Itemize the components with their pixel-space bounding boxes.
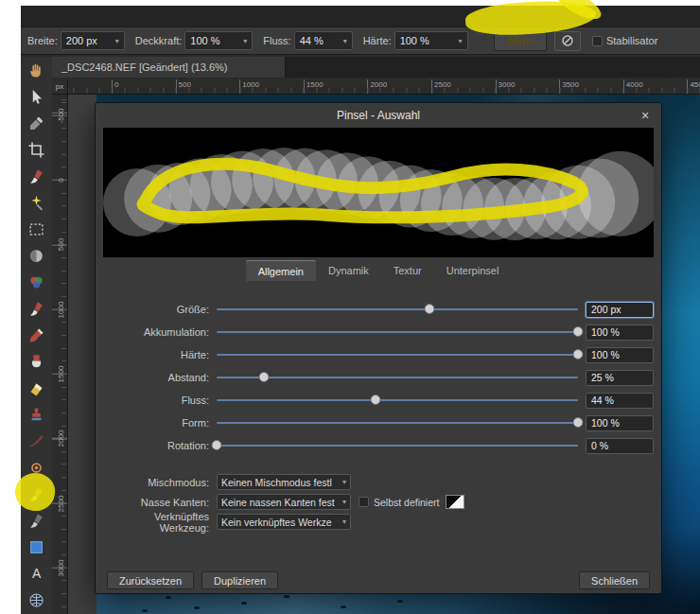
- blemish-removal-tool[interactable]: [21, 454, 52, 481]
- horizontal-ruler: 050010001500200025003000350040004500: [68, 79, 700, 95]
- close-button[interactable]: Schließen: [579, 571, 650, 589]
- slider-handle[interactable]: [212, 440, 222, 450]
- paint-brush-tool[interactable]: [21, 295, 52, 322]
- spacing-slider[interactable]: [217, 366, 578, 389]
- ruler-label: 1000: [56, 290, 64, 328]
- burn-tool[interactable]: [21, 507, 52, 534]
- selection-brush-tool[interactable]: [21, 163, 52, 189]
- app-window: Breite: 200 px ▾ Deckkraft: 100 % ▾ Flus…: [21, 6, 700, 614]
- flood-fill-tool[interactable]: [21, 242, 52, 269]
- wet-edges-dropdown[interactable]: Keine nassen Kanten fest ▾: [217, 494, 351, 510]
- fish: [194, 606, 200, 609]
- pencil-icon: [28, 327, 44, 343]
- hardness-input[interactable]: [586, 347, 654, 363]
- ruler-unit: px: [52, 79, 68, 95]
- healing-brush-tool[interactable]: [21, 428, 52, 454]
- blend-mode-row: Mischmodus: Keinen Mischmodus festl ▾: [103, 472, 654, 492]
- width-select[interactable]: 200 px ▾: [61, 31, 125, 50]
- gradient-tool[interactable]: [21, 269, 52, 295]
- linked-tool-dropdown[interactable]: Kein verknüpftes Werkze ▾: [217, 514, 351, 530]
- slider-handle[interactable]: [573, 417, 584, 428]
- crop-icon: [28, 142, 44, 158]
- move-tool[interactable]: [21, 83, 52, 110]
- opacity-label: Deckkraft:: [135, 35, 183, 46]
- document-tab[interactable]: _DSC2468.NEF [Geändert] (13.6%): [52, 57, 286, 78]
- shape-slider[interactable]: [217, 412, 578, 434]
- tab-unterpinsel[interactable]: Unterpinsel: [434, 260, 512, 281]
- color-swirl-icon: [28, 274, 44, 290]
- clone-stamp-tool[interactable]: [21, 401, 52, 428]
- ruler-label: 3000: [56, 549, 64, 587]
- ruler-label: 4500: [690, 80, 700, 89]
- wide-brush-icon: [28, 354, 44, 370]
- slider-handle[interactable]: [258, 372, 269, 382]
- brush-stroke-preview: [103, 128, 654, 257]
- flow-input[interactable]: [586, 393, 654, 409]
- fish: [284, 595, 289, 598]
- accumulation-row: Akkumulation:: [103, 321, 654, 343]
- ruler-label: -500: [56, 96, 64, 134]
- dashed-rectangle-icon: [28, 221, 44, 237]
- hardness-slider[interactable]: [217, 343, 578, 366]
- reset-button[interactable]: Zurücksetzen: [107, 571, 194, 589]
- erase-brush-tool[interactable]: [21, 375, 52, 401]
- slider-handle[interactable]: [573, 326, 584, 337]
- size-slider[interactable]: [217, 298, 578, 321]
- more-button[interactable]: Mehr: [494, 31, 547, 51]
- slider-handle[interactable]: [573, 349, 584, 360]
- view-hand-tool[interactable]: [21, 57, 52, 83]
- fill-icon: [28, 248, 44, 264]
- custom-color-swatch[interactable]: [446, 495, 464, 509]
- letter-a-icon: A: [28, 566, 44, 582]
- close-icon[interactable]: ×: [637, 107, 654, 124]
- ruler-label: 2500: [56, 484, 64, 522]
- mesh-warp-tool[interactable]: [21, 587, 52, 613]
- slider-handle[interactable]: [425, 304, 435, 314]
- rotation-input[interactable]: [586, 438, 654, 454]
- spacing-row: Abstand:: [103, 366, 654, 389]
- tab-textur[interactable]: Textur: [381, 260, 434, 281]
- spacing-input[interactable]: [586, 370, 654, 386]
- brush-icon: [28, 486, 44, 502]
- marquee-select-tool[interactable]: [21, 216, 52, 242]
- duplicate-button[interactable]: Duplizieren: [201, 571, 278, 589]
- text-tool[interactable]: A: [21, 560, 52, 587]
- blend-mode-dropdown[interactable]: Keinen Mischmodus festl ▾: [217, 474, 351, 490]
- flow-select[interactable]: 44 % ▾: [294, 31, 353, 50]
- crop-tool[interactable]: [21, 136, 52, 163]
- inpainting-brush-tool[interactable]: [21, 481, 52, 507]
- wand-icon: [28, 195, 44, 211]
- brush-angle-button[interactable]: [554, 31, 581, 51]
- wet-edges-row: Nasse Kanten: Keine nassen Kanten fest ▾…: [103, 492, 654, 512]
- custom-checkbox[interactable]: [359, 497, 369, 507]
- accumulation-slider[interactable]: [217, 321, 578, 343]
- stabilizer-label: Stabilisator: [606, 35, 657, 46]
- color-picker-tool[interactable]: [21, 110, 52, 136]
- custom-checkbox-label: Selbst definiert: [374, 497, 439, 508]
- slider-handle[interactable]: [371, 395, 381, 405]
- width-label: Breite:: [27, 35, 58, 46]
- rotation-slider[interactable]: [217, 434, 578, 457]
- tab-allgemein[interactable]: Allgemein: [246, 260, 316, 281]
- chevron-down-icon: ▾: [342, 518, 346, 526]
- dialog-titlebar[interactable]: Pinsel - Auswahl: [96, 103, 661, 128]
- pixel-tool[interactable]: [21, 322, 52, 348]
- size-input[interactable]: [586, 302, 654, 318]
- opacity-select[interactable]: 100 % ▾: [184, 31, 253, 50]
- dropdown-section: Mischmodus: Keinen Mischmodus festl ▾ Na…: [103, 472, 654, 532]
- brush-stroke-graphic: [103, 128, 654, 257]
- ruler-label: 0: [114, 80, 118, 89]
- tab-dynamik[interactable]: Dynamik: [316, 260, 381, 281]
- flow-slider[interactable]: [217, 389, 578, 412]
- ruler-label: 1500: [306, 80, 324, 89]
- hardness-select[interactable]: 100 % ▾: [394, 31, 468, 50]
- stamp-icon: [28, 407, 44, 423]
- shape-input[interactable]: [586, 415, 654, 431]
- accumulation-input[interactable]: [586, 325, 654, 341]
- flood-select-tool[interactable]: [21, 189, 52, 216]
- mixer-brush-tool[interactable]: [21, 348, 52, 375]
- shape-tool[interactable]: [21, 534, 52, 560]
- dialog-title: Pinsel - Auswahl: [337, 109, 420, 122]
- globe-grid-icon: [28, 592, 44, 608]
- stabilizer-checkbox[interactable]: [592, 36, 603, 46]
